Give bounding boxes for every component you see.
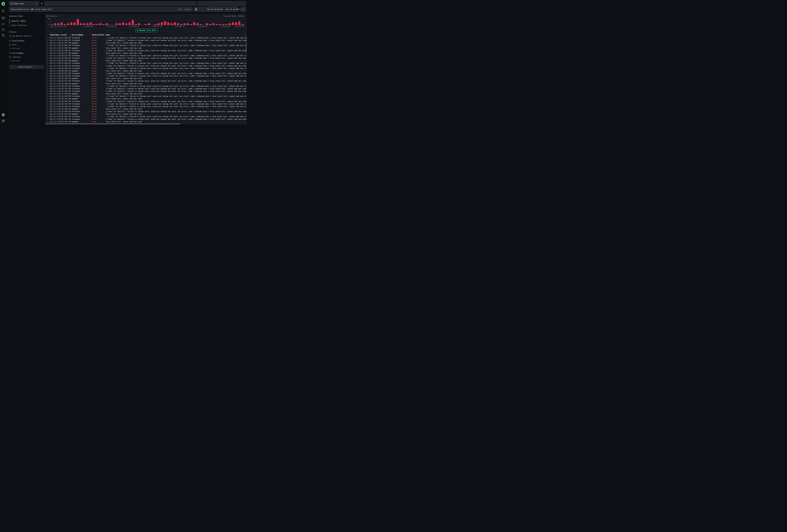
log-row[interactable]: Jun 11 1:54:52.241 PMpaymenterrorVisa ca… — [47, 121, 247, 123]
expand-row-icon[interactable] — [47, 67, 49, 69]
expand-row-icon[interactable] — [47, 65, 49, 66]
expand-row-icon[interactable] — [47, 50, 49, 51]
log-row[interactable]: Jun 11 1:55:07.835 PMfrontenderror{"code… — [47, 118, 247, 121]
log-row[interactable]: Jun 11 1:56:08.955 PMfrontenderror{"code… — [47, 72, 247, 75]
user-avatar[interactable]: U — [1, 119, 5, 123]
log-row[interactable]: Jun 11 1:56:32.848 PMfrontenderror{"code… — [47, 65, 247, 67]
sessions-icon[interactable] — [2, 28, 5, 31]
expand-row-icon[interactable] — [47, 70, 49, 71]
expand-row-icon[interactable] — [47, 116, 49, 117]
log-row[interactable]: Jun 11 1:56:32.843 PMpaymenterrorVisa ca… — [47, 59, 247, 62]
time-range-picker[interactable]: Jun 11 13:41:52 - Jun 11 13:56:52 — [193, 7, 238, 12]
log-row[interactable]: Jun 11 1:55:39.331 PMfrontenderror× {"co… — [47, 103, 247, 105]
expand-row-icon[interactable] — [47, 88, 49, 89]
results-histogram[interactable]: 24 0 — [46, 18, 247, 25]
filter-checkbox[interactable] — [9, 56, 11, 58]
expand-row-icon[interactable] — [47, 45, 49, 46]
log-row[interactable]: Jun 11 1:56:51.975 PMpaymenterrorVisa ca… — [47, 42, 247, 44]
expand-row-icon[interactable] — [47, 98, 49, 100]
log-row[interactable]: Jun 11 1:56:08.956 PMfrontenderror× {"co… — [47, 67, 247, 69]
log-row[interactable]: Jun 11 1:55:59.765 PMfrontenderror{"code… — [47, 87, 247, 90]
expand-row-icon[interactable] — [47, 58, 49, 59]
expand-row-icon[interactable] — [47, 83, 49, 84]
expand-row-icon[interactable] — [47, 90, 49, 92]
expand-row-icon[interactable] — [47, 60, 49, 61]
log-row[interactable]: Jun 11 1:56:38.542 PMfrontenderror× {"co… — [47, 54, 247, 57]
expand-row-icon[interactable] — [47, 95, 49, 97]
expand-row-icon[interactable] — [47, 108, 49, 110]
column-resize-handle[interactable] — [69, 34, 70, 36]
expand-row-icon[interactable] — [47, 103, 49, 105]
column-resize-handle[interactable] — [90, 34, 90, 36]
filter-checkbox[interactable] — [9, 44, 11, 46]
col-timestamp[interactable]: Timestamp (Local) — [49, 34, 71, 36]
log-row[interactable]: Jun 11 1:56:03.248 PMpaymenterrorVisa ca… — [47, 77, 247, 80]
analysis-mode-results-table[interactable]: Results Table — [9, 19, 43, 23]
log-row[interactable]: Jun 11 1:55:39.324 PMpaymenterrorVisa ca… — [47, 98, 247, 100]
col-servicename[interactable]: ServiceName — [71, 34, 92, 36]
log-row[interactable]: Jun 11 1:55:39.330 PMfrontenderror{"code… — [47, 100, 247, 103]
log-row[interactable]: Jun 11 1:56:42.999 PMfrontenderror{"code… — [47, 49, 247, 52]
horizontal-scrollbar-thumb[interactable] — [45, 124, 180, 124]
expand-row-icon[interactable] — [47, 37, 49, 39]
expand-row-icon[interactable] — [47, 73, 49, 74]
filter-option-info[interactable]: info — [9, 44, 43, 46]
help-button[interactable]: ? — [2, 113, 5, 116]
select-clause-input[interactable]: SELECT Timestamp, ServiceName, SeverityT… — [45, 1, 196, 6]
histogram-plot[interactable] — [50, 18, 244, 25]
expand-row-icon[interactable] — [47, 121, 49, 122]
filter-group-name[interactable]: ServiceName — [9, 52, 43, 54]
source-selector[interactable]: Demo Logs — [9, 1, 39, 6]
col-severitytext[interactable]: SeverityText — [92, 34, 106, 36]
log-row[interactable]: Jun 11 1:55:59.760 PMpaymenterrorVisa ca… — [47, 82, 247, 85]
search-input[interactable]: SeverityText:error AND "Visa cache full"… — [9, 7, 192, 12]
denoise-results-toggle[interactable]: Denoise Results — [9, 35, 43, 37]
expand-row-icon[interactable] — [47, 47, 49, 49]
more-filters-button[interactable]: More filters — [9, 65, 44, 69]
horizontal-scrollbar-track[interactable] — [45, 124, 247, 124]
column-resize-handle[interactable] — [104, 34, 104, 36]
dashboards-icon[interactable] — [2, 34, 4, 37]
log-row[interactable]: Jun 11 1:56:38.534 PMpaymenterrorVisa ca… — [47, 52, 247, 54]
search-logs-icon[interactable] — [2, 17, 5, 19]
gear-icon[interactable]: ⚙ — [40, 1, 43, 6]
log-row[interactable]: Jun 11 1:56:03.252 PMfrontenderror{"code… — [47, 80, 247, 82]
log-row[interactable]: Jun 11 1:56:43.001 PMfrontenderror× {"co… — [47, 44, 247, 47]
lucene-mode-button[interactable]: Lucene — [184, 8, 191, 10]
expand-row-icon[interactable] — [47, 93, 49, 94]
chart-explorer-icon[interactable] — [2, 22, 5, 25]
expand-row-icon[interactable] — [47, 80, 49, 82]
expand-row-icon[interactable] — [47, 55, 49, 56]
log-row[interactable]: Jun 11 1:56:08.948 PMpaymenterrorVisa ca… — [47, 69, 247, 72]
expand-row-icon[interactable] — [47, 63, 49, 64]
expand-row-icon[interactable] — [47, 101, 49, 102]
expand-row-icon[interactable] — [47, 78, 49, 79]
filter-group-name[interactable]: SeverityText — [9, 40, 43, 42]
load-more-button[interactable]: Load more — [9, 47, 43, 49]
log-row[interactable]: Jun 11 1:55:16.302 PMfrontenderror× {"co… — [47, 105, 247, 108]
log-row[interactable]: Jun 11 1:55:07.841 PMfrontenderror× {"co… — [47, 115, 247, 118]
log-row[interactable]: Jun 11 1:56:51.980 PMfrontenderror{"code… — [47, 39, 247, 42]
load-more-button[interactable]: Load more — [9, 60, 43, 62]
expand-row-icon[interactable] — [47, 52, 49, 54]
log-row[interactable]: Jun 11 1:55:51.454 PMfrontenderror× {"co… — [47, 95, 247, 98]
expand-row-icon[interactable] — [47, 40, 49, 41]
expand-row-icon[interactable] — [47, 85, 49, 87]
log-row[interactable]: Jun 11 1:55:07.827 PMpaymenterrorVisa ca… — [47, 113, 247, 115]
run-query-button[interactable] — [240, 7, 246, 12]
denoise-checkbox[interactable] — [9, 35, 11, 37]
expand-row-icon[interactable] — [47, 113, 49, 115]
log-row[interactable]: Jun 11 1:56:38.540 PMfrontenderror{"code… — [47, 57, 247, 59]
log-row[interactable]: Jun 11 1:55:16.300 PMfrontenderror{"code… — [47, 110, 247, 113]
col-body[interactable]: Body — [106, 34, 247, 36]
sql-mode-button[interactable]: SQL — [178, 8, 182, 10]
expand-row-icon[interactable] — [47, 111, 49, 112]
expand-row-icon[interactable] — [47, 106, 49, 107]
expand-row-icon[interactable] — [47, 42, 49, 44]
log-row[interactable]: Jun 11 1:55:51.452 PMfrontenderror{"code… — [47, 90, 247, 92]
filter-option-checkout[interactable]: checkout — [9, 56, 43, 58]
log-row[interactable]: Jun 11 1:55:51.448 PMpaymenterrorVisa ca… — [47, 92, 247, 95]
log-row[interactable]: Jun 11 1:56:03.254 PMfrontenderror× {"co… — [47, 75, 247, 77]
vertical-scrollbar-thumb[interactable] — [246, 37, 247, 52]
column-options-icon[interactable] — [245, 34, 246, 36]
